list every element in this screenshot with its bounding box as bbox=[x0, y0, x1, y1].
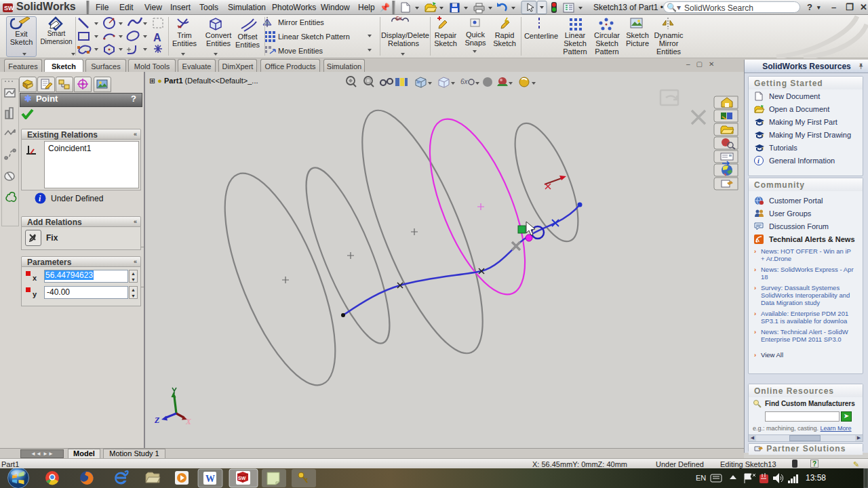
svg-text:6x: 6x bbox=[395, 15, 402, 22]
svg-text:i: i bbox=[757, 157, 760, 165]
svg-text:X: X bbox=[185, 417, 192, 426]
svg-text:W: W bbox=[205, 474, 215, 484]
svg-text:SW: SW bbox=[4, 5, 14, 12]
svg-text:Z: Z bbox=[154, 415, 160, 425]
svg-text:6x: 6x bbox=[460, 78, 469, 85]
svg-text:A: A bbox=[153, 32, 161, 43]
svg-text:EN: EN bbox=[696, 474, 706, 482]
svg-text:SW: SW bbox=[238, 476, 246, 481]
svg-text:13:58: 13:58 bbox=[806, 473, 826, 483]
